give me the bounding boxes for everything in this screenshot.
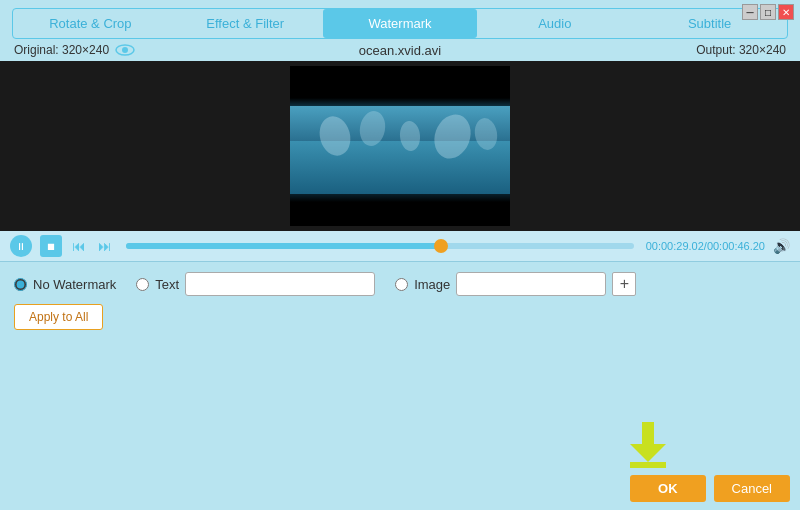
original-size-label: Original: 320×240 (14, 43, 109, 57)
add-image-button[interactable]: + (612, 272, 636, 296)
tab-bar: Rotate & Crop Effect & Filter Watermark … (12, 8, 788, 39)
next-icon: ⏭ (98, 238, 112, 254)
text-watermark-group: Text (136, 272, 375, 296)
pause-icon: ⏸ (16, 241, 26, 252)
progress-fill (126, 243, 441, 249)
preview-eye-icon[interactable] (115, 44, 135, 56)
volume-icon[interactable]: 🔊 (773, 238, 790, 254)
video-preview-area (0, 61, 800, 231)
controls-bar: ⏸ ⏹ ⏮ ⏭ 00:00:29.02/00:00:46.20 🔊 (0, 231, 800, 261)
cancel-button[interactable]: Cancel (714, 475, 790, 502)
progress-thumb[interactable] (434, 239, 448, 253)
text-watermark-input[interactable] (185, 272, 375, 296)
close-button[interactable]: ✕ (778, 4, 794, 20)
stop-button[interactable]: ⏹ (40, 235, 62, 257)
info-bar: Original: 320×240 ocean.xvid.avi Output:… (0, 39, 800, 61)
ok-button[interactable]: OK (630, 475, 706, 502)
tab-watermark[interactable]: Watermark (323, 9, 478, 38)
image-watermark-label: Image (414, 277, 450, 292)
tab-effect[interactable]: Effect & Filter (168, 9, 323, 38)
time-display: 00:00:29.02/00:00:46.20 (646, 240, 765, 252)
no-watermark-label: No Watermark (33, 277, 116, 292)
prev-icon: ⏮ (72, 238, 86, 254)
download-arrowhead (630, 444, 666, 462)
stop-icon: ⏹ (46, 241, 56, 252)
pause-button[interactable]: ⏸ (10, 235, 32, 257)
prev-button[interactable]: ⏮ (70, 238, 88, 254)
text-watermark-label: Text (155, 277, 179, 292)
image-watermark-input[interactable] (456, 272, 606, 296)
text-watermark-radio[interactable] (136, 278, 149, 291)
next-button[interactable]: ⏭ (96, 238, 114, 254)
maximize-button[interactable]: □ (760, 4, 776, 20)
no-watermark-radio[interactable] (14, 278, 27, 291)
output-size-label: Output: 320×240 (696, 43, 786, 57)
download-icon (630, 422, 666, 468)
video-frame (290, 66, 510, 226)
tab-rotate[interactable]: Rotate & Crop (13, 9, 168, 38)
tab-audio[interactable]: Audio (477, 9, 632, 38)
action-buttons: OK Cancel (630, 475, 790, 502)
minimize-button[interactable]: ─ (742, 4, 758, 20)
download-icon-wrap (630, 422, 666, 468)
download-base (630, 462, 666, 468)
watermark-options: No Watermark Text Image + (0, 262, 800, 304)
apply-to-all-button[interactable]: Apply to All (14, 304, 103, 330)
progress-bar[interactable] (126, 243, 634, 249)
image-watermark-radio[interactable] (395, 278, 408, 291)
no-watermark-group: No Watermark (14, 277, 116, 292)
svg-point-1 (122, 47, 128, 53)
image-watermark-group: Image + (395, 272, 636, 296)
filename-label: ocean.xvid.avi (359, 43, 441, 58)
